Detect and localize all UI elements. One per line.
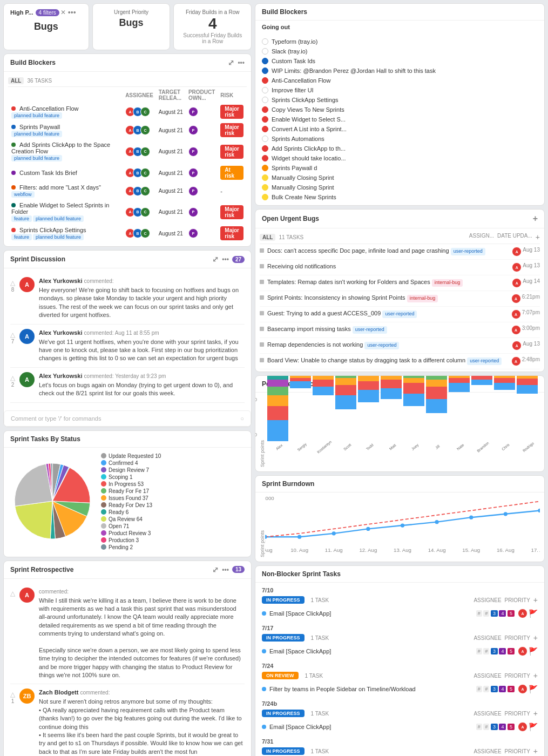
- avatar: A: [518, 722, 527, 732]
- sprint-comment-input[interactable]: Comment or type '/' for commands ○: [4, 410, 251, 427]
- risk-cell: Major risk: [218, 200, 246, 224]
- nbst-task-name[interactable]: Email [Space ClickApp]: [269, 610, 473, 617]
- avatar: A: [518, 609, 527, 618]
- going-out-item[interactable]: Enable Widget to Select S...: [262, 114, 538, 124]
- task-name[interactable]: Add Sprints ClickApp to the Space Creati…: [11, 141, 110, 154]
- nbst-add-icon[interactable]: +: [533, 671, 538, 680]
- table-row[interactable]: Enable Widget to Select Sprints in Folde…: [9, 200, 246, 224]
- nbst-count: 1 TASK: [311, 711, 329, 717]
- more-icon[interactable]: •••: [222, 255, 229, 263]
- table-row[interactable]: Custom Task Ids Brief ABC August 21 P At…: [9, 164, 246, 181]
- table-row[interactable]: Add Sprints ClickApp to the Space Creati…: [9, 140, 246, 163]
- nbst-task-row[interactable]: Filter by teams in People Sidebar on Tim…: [262, 682, 538, 696]
- oub-tag: user-reported: [467, 357, 502, 365]
- oub-item[interactable]: Remap dependencies is not working user-r…: [260, 338, 540, 354]
- expand-icon[interactable]: ⤢: [228, 58, 234, 67]
- urgent-priority-tab[interactable]: Urgent Priority Bugs: [92, 3, 171, 50]
- pie-chart: [9, 458, 96, 546]
- going-out-item[interactable]: Slack (tray.io): [262, 46, 538, 56]
- going-out-item[interactable]: Convert A List into a Sprint...: [262, 124, 538, 134]
- going-out-item[interactable]: Add Sprints ClickApp to th...: [262, 144, 538, 153]
- nbst-task-row[interactable]: Email [Space ClickApp] # # 3 4 5 A 🚩: [262, 720, 538, 734]
- go-circle: [262, 106, 268, 113]
- task-name[interactable]: Sprints Paywall: [19, 124, 60, 130]
- send-icon[interactable]: ○: [240, 415, 244, 422]
- nbst-task-name[interactable]: Email [Space ClickApp]: [269, 648, 473, 654]
- oub-item[interactable]: Basecamp import missing tasks user-repor…: [260, 322, 540, 338]
- bar-segment: [267, 406, 288, 420]
- sprint-tasks-status-panel: Sprint Tasks By Status Update Requested …: [3, 430, 252, 557]
- more-icon[interactable]: •••: [222, 566, 229, 573]
- going-out-item[interactable]: Sprints Paywall d: [262, 163, 538, 173]
- oub-add-icon[interactable]: +: [536, 233, 540, 241]
- avatar: A: [518, 646, 527, 656]
- sprint-retro-header: Sprint Retrospective ⤢ ••• 13: [4, 561, 251, 579]
- disc-author: Alex Yurkowski: [39, 278, 84, 284]
- priority-flag: 🚩: [529, 609, 538, 618]
- add-icon[interactable]: +: [533, 214, 538, 224]
- going-out-item[interactable]: Improve filter UI: [262, 85, 538, 95]
- nbst-task-row[interactable]: Email [Space ClickApp] # # 3 4 5 A 🚩: [262, 606, 538, 620]
- oub-item[interactable]: Sprint Points: Inconsistency in showing …: [260, 291, 540, 307]
- going-out-item[interactable]: Typeform (tray.io): [262, 37, 538, 46]
- going-out-item[interactable]: Manually Closing Sprint: [262, 173, 538, 183]
- task-name[interactable]: Enable Widget to Select Sprints in Folde…: [11, 202, 109, 215]
- build-blockers-title: Build Blockers: [10, 59, 56, 66]
- table-row[interactable]: Filters: add more "Last X days" webflow …: [9, 183, 246, 199]
- bb-all-badge[interactable]: ALL: [8, 77, 24, 84]
- risk-cell: Major risk: [218, 225, 246, 242]
- expand-icon[interactable]: ⤢: [212, 255, 219, 264]
- table-row[interactable]: Sprints ClickApp Settings featureplanned…: [9, 225, 246, 242]
- table-row[interactable]: Sprints Paywall planned build feature AB…: [9, 122, 246, 139]
- task-dot: [262, 687, 266, 691]
- oub-item[interactable]: Guest: Trying to add a guest ACCESS_009 …: [260, 307, 540, 322]
- going-out-item[interactable]: Anti-Cancellation Flow: [262, 76, 538, 85]
- legend-item: Scoping 1: [101, 474, 161, 480]
- oub-item[interactable]: Board View: Unable to change status by d…: [260, 354, 540, 369]
- more-icon[interactable]: •••: [238, 59, 245, 66]
- going-out-item[interactable]: Copy Views To New Sprints: [262, 105, 538, 114]
- go-text: Typeform (tray.io): [272, 38, 317, 45]
- avatar: P: [188, 147, 198, 157]
- disc-meta: commented: Yesterday at 9:23 pm: [84, 373, 166, 379]
- oub-all-badge[interactable]: ALL: [260, 234, 275, 241]
- expand-icon[interactable]: ⤢: [212, 565, 219, 574]
- nbst-add-icon[interactable]: +: [533, 633, 538, 642]
- nbst-add-icon[interactable]: +: [533, 596, 538, 604]
- going-out-item[interactable]: WIP Limits: @Brandon Perez @Jordan Hall …: [262, 66, 538, 76]
- task-name[interactable]: Filters: add more "Last X days": [19, 184, 101, 191]
- nbst-add-icon[interactable]: +: [533, 747, 538, 755]
- oub-item[interactable]: Docs: can't access specific Doc page, in…: [260, 244, 540, 260]
- oub-item[interactable]: Templates: Remap dates isn't working for…: [260, 275, 540, 291]
- nbst-week-label: 7/24b: [262, 700, 538, 707]
- going-out-title: Going out: [255, 21, 544, 33]
- going-out-item[interactable]: Manually Closing Sprint: [262, 183, 538, 192]
- friday-builds-tab[interactable]: Friday Builds in a Row 4 Successful Frid…: [173, 3, 252, 50]
- sprint-discussion-header: Sprint Discussion ⤢ ••• 27: [4, 251, 251, 268]
- oub-col-date: DATE UPDA...: [497, 233, 532, 241]
- retro-likes: △: [10, 588, 15, 680]
- going-out-item[interactable]: Sprints ClickApp Settings: [262, 95, 538, 105]
- nbst-add-icon[interactable]: +: [533, 709, 538, 718]
- going-out-item[interactable]: Custom Task Ids: [262, 56, 538, 66]
- legend-item: Confirmed 4: [101, 460, 161, 466]
- nbst-task-name[interactable]: Filter by teams in People Sidebar on Tim…: [269, 686, 473, 692]
- going-out-item[interactable]: Widget should take locatio...: [262, 153, 538, 163]
- task-square: [260, 295, 264, 300]
- nbst-task-name[interactable]: Email [Space ClickApp]: [269, 724, 473, 730]
- task-name[interactable]: Custom Task Ids Brief: [19, 170, 77, 176]
- more-icon[interactable]: •••: [68, 8, 76, 17]
- going-out-item[interactable]: Sprints Automations: [262, 134, 538, 144]
- going-out-item[interactable]: Bulk Create New Sprints: [262, 192, 538, 202]
- close-icon[interactable]: ✕: [60, 9, 66, 16]
- nbst-tags: # # 3 4 5: [476, 649, 515, 654]
- nbst-task-row[interactable]: Email [Space ClickApp] # # 3 4 5 A 🚩: [262, 644, 538, 658]
- legend-label: In Progress 53: [109, 481, 144, 487]
- nbst-assignee-col: ASSIGNEE: [473, 748, 501, 754]
- go-text: Slack (tray.io): [272, 48, 307, 55]
- table-row[interactable]: Anti-Cancellation Flow planned build fea…: [9, 103, 246, 120]
- oub-item[interactable]: Receiving old notifications A Aug 13: [260, 260, 540, 275]
- high-priority-tab[interactable]: High P... 4 filters ✕ ••• Bugs: [3, 3, 89, 50]
- task-name[interactable]: Anti-Cancellation Flow: [19, 105, 78, 112]
- task-name[interactable]: Sprints ClickApp Settings: [19, 227, 86, 233]
